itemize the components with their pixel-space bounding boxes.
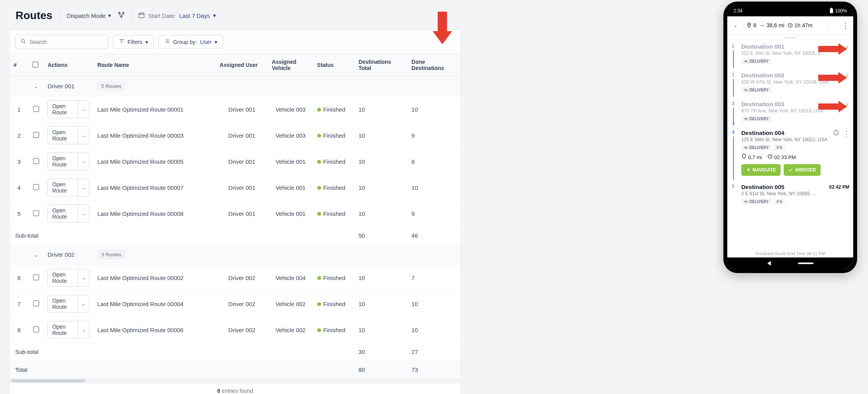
svg-point-14 <box>747 119 747 120</box>
drag-handle[interactable] <box>785 37 796 39</box>
open-route-label[interactable]: Open Route <box>48 321 78 338</box>
open-route-label[interactable]: Open Route <box>48 205 78 222</box>
android-nav-bar <box>727 257 853 269</box>
groupby-label: Group by: <box>173 39 197 45</box>
open-route-label[interactable]: Open Route <box>48 153 78 170</box>
table-row[interactable]: 1 Open Route ⌄ Last Mile Optimized Route… <box>10 96 461 123</box>
row-checkbox[interactable] <box>33 300 39 306</box>
open-route-caret[interactable]: ⌄ <box>78 101 89 118</box>
open-route-caret[interactable]: ⌄ <box>78 321 89 338</box>
chevron-down-icon[interactable]: ⌄ <box>34 83 38 89</box>
col-actions[interactable]: Actions <box>44 54 93 76</box>
collapse-chevron-icon[interactable]: ⌄ <box>731 23 740 28</box>
open-route-button[interactable]: Open Route ⌄ <box>47 126 89 144</box>
select-all-checkbox[interactable] <box>32 61 38 68</box>
row-checkbox[interactable] <box>33 158 39 164</box>
table-row[interactable]: 6 Open Route ⌄ Last Mile Optimized Route… <box>10 265 461 291</box>
route-name: Last Mile Optimized Route 00004 <box>93 291 216 317</box>
dispatch-mode-dropdown[interactable]: Dispatch Mode ▾ <box>67 12 111 19</box>
table-row[interactable]: 5 Open Route ⌄ Last Mile Optimized Route… <box>10 201 461 227</box>
table-row[interactable]: 4 Open Route ⌄ Last Mile Optimized Route… <box>10 175 461 201</box>
table-row[interactable]: 8 Open Route ⌄ Last Mile Optimized Route… <box>10 317 461 343</box>
svg-rect-5 <box>830 9 833 13</box>
orgchart-icon[interactable] <box>117 11 125 21</box>
destination-item[interactable]: 1 Destination 001 222 E 34th St, New Yor… <box>727 39 853 68</box>
open-route-button[interactable]: Open Route ⌄ <box>47 179 89 196</box>
page-title: Routes <box>16 9 52 22</box>
svg-point-9 <box>745 62 746 63</box>
open-route-label[interactable]: Open Route <box>48 269 78 286</box>
col-number[interactable]: # <box>10 54 28 76</box>
annotation-arrow-right <box>818 43 849 55</box>
open-route-caret[interactable]: ⌄ <box>78 179 89 196</box>
assigned-user: Driver 001 <box>216 123 268 149</box>
routes-card: Filters ▾ Group by: User ▾ # <box>9 30 461 394</box>
open-route-button[interactable]: Open Route ⌄ <box>47 269 89 287</box>
row-checkbox[interactable] <box>33 210 39 216</box>
open-route-button[interactable]: Open Route ⌄ <box>47 100 89 118</box>
open-route-caret[interactable]: ⌄ <box>78 153 89 170</box>
destination-item[interactable]: 3 ▼ Destination 003 870 7th Ave, New Yor… <box>727 97 853 126</box>
assigned-vehicle: Vehicle 002 <box>268 291 313 317</box>
open-route-caret[interactable]: ⌄ <box>78 205 89 222</box>
routes-table: # Actions Route Name Assigned User Assig… <box>10 54 461 379</box>
open-route-label[interactable]: Open Route <box>48 179 78 196</box>
open-route-label[interactable]: Open Route <box>48 295 78 312</box>
table-row[interactable]: 2 Open Route ⌄ Last Mile Optimized Route… <box>10 123 461 149</box>
row-number: 1 <box>10 96 28 123</box>
done-destinations: 9 <box>408 123 461 149</box>
table-row[interactable]: 7 Open Route ⌄ Last Mile Optimized Route… <box>10 291 461 317</box>
info-icon[interactable] <box>833 130 839 138</box>
row-checkbox[interactable] <box>33 326 39 333</box>
open-route-label[interactable]: Open Route <box>48 101 78 118</box>
col-route-name[interactable]: Route Name <box>93 54 216 76</box>
open-route-button[interactable]: Open Route ⌄ <box>47 152 89 170</box>
destination-item[interactable]: 5 Destination 005 2 E 61st St, New York,… <box>727 180 853 208</box>
route-name: Last Mile Optimized Route 00008 <box>93 201 216 227</box>
destinations-list[interactable]: 1 Destination 001 222 E 34th St, New Yor… <box>727 39 853 250</box>
assigned-vehicle: Vehicle 001 <box>268 201 313 227</box>
route-name: Last Mile Optimized Route 00003 <box>93 123 216 149</box>
col-status[interactable]: Status <box>313 54 355 76</box>
group-row[interactable]: ⌄ Driver 001 5 Routes <box>10 76 461 96</box>
row-checkbox[interactable] <box>33 184 39 190</box>
open-route-caret[interactable]: ⌄ <box>78 269 89 286</box>
group-row[interactable]: ⌄ Driver 002 3 Routes <box>10 245 461 265</box>
date-range-picker[interactable]: Start Date: Last 7 Days ▾ <box>138 12 216 20</box>
route-name: Last Mile Optimized Route 00001 <box>93 96 216 123</box>
group-driver-name: Driver 001 <box>44 76 93 96</box>
row-checkbox[interactable] <box>33 106 39 112</box>
table-row[interactable]: 3 Open Route ⌄ Last Mile Optimized Route… <box>10 149 461 175</box>
open-route-label[interactable]: Open Route <box>48 127 78 144</box>
row-checkbox[interactable] <box>33 274 39 280</box>
horizontal-scrollbar[interactable] <box>10 379 461 383</box>
filters-button[interactable]: Filters ▾ <box>113 35 154 49</box>
kebab-menu-icon[interactable]: ⋮ <box>842 21 849 30</box>
status-dot-icon <box>317 212 321 216</box>
android-back-button[interactable] <box>767 261 771 266</box>
open-route-button[interactable]: Open Route ⌄ <box>47 205 89 222</box>
scrollbar-thumb[interactable] <box>11 379 85 382</box>
chevron-down-icon[interactable]: ⌄ <box>34 252 38 258</box>
open-route-button[interactable]: Open Route ⌄ <box>47 321 89 339</box>
groupby-button[interactable]: Group by: User ▾ <box>159 35 223 49</box>
col-assigned-vehicle[interactable]: Assigned Vehicle <box>268 54 313 76</box>
open-route-caret[interactable]: ⌄ <box>78 127 89 144</box>
android-home-button[interactable] <box>798 263 814 264</box>
col-done-destinations[interactable]: Done Destinations <box>408 54 461 76</box>
destination-number: 2 <box>729 72 737 77</box>
sequence-tag: # 5 <box>774 145 785 151</box>
open-route-button[interactable]: Open Route ⌄ <box>47 295 89 313</box>
navigate-button[interactable]: NAVIGATE <box>741 164 781 176</box>
destination-item[interactable]: 2 Destination 002 533 W 47th St, New Yor… <box>727 68 853 97</box>
search-input[interactable] <box>30 39 103 45</box>
search-input-wrap[interactable] <box>15 35 108 49</box>
col-destinations-total[interactable]: Destinations Total <box>355 54 407 76</box>
arrived-button[interactable]: ARRIVED <box>784 164 821 176</box>
sequence-tag: # 6 <box>774 199 785 205</box>
open-route-caret[interactable]: ⌄ <box>78 295 89 312</box>
col-assigned-user[interactable]: Assigned User <box>216 54 268 76</box>
destination-item[interactable]: 4 Destination 004 125 E 54th St, New Yor… <box>727 126 853 180</box>
row-checkbox[interactable] <box>33 132 39 138</box>
kebab-menu-icon[interactable]: ⋮ <box>843 130 850 138</box>
